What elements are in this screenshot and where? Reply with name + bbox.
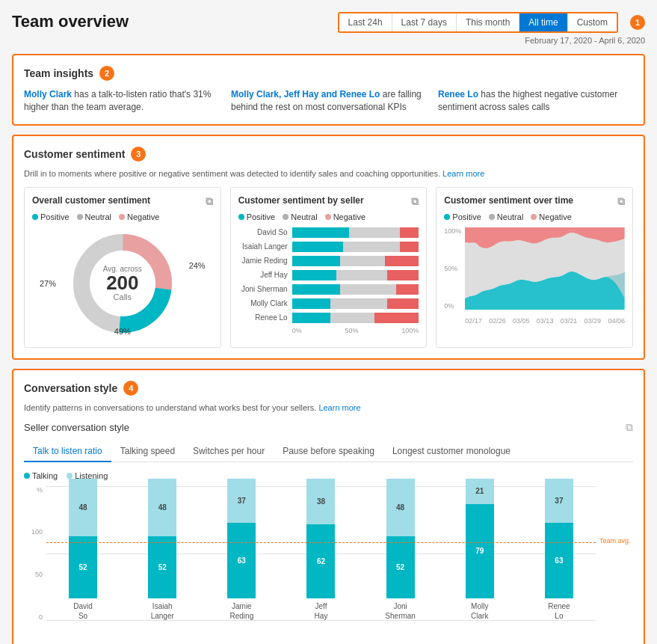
seller-row: Jeff Hay [238,270,419,280]
seller-bar-container [292,284,419,295]
bar-positive [292,242,343,252]
time-filter-last-7-days[interactable]: Last 7 days [392,13,457,31]
seller-bar-group: 21 79 MollyClark [443,479,516,621]
bar-neutral [343,242,400,252]
listen-segment: 21 [466,479,494,504]
seller-row: Isaiah Langer [238,242,419,252]
copy-icon-conv[interactable]: ⧉ [626,421,633,434]
time-filter-last-24h[interactable]: Last 24h [339,13,392,31]
conversation-subtitle: Identify patterns in conversations to un… [24,403,633,412]
seller-chart-title: Customer sentiment by seller [238,195,364,208]
talk-segment: 62 [306,524,335,598]
copy-icon-time[interactable]: ⧉ [617,195,625,208]
time-filter-group: Last 24hLast 7 daysThis monthAll timeCus… [338,12,618,33]
step-badge-4: 4 [123,381,138,396]
tab-pause-before-speaking[interactable]: Pause before speaking [274,441,383,462]
listen-segment: 37 [227,479,256,523]
donut-number: 200 [103,273,142,292]
seller-bar-label: JoniSherman [385,601,416,621]
time-filter-custom[interactable]: Custom [568,13,617,31]
customer-sentiment-section: Customer sentiment 3 Drill in to moments… [12,135,645,360]
sentiment-legend: Positive Neutral Negative [32,212,213,221]
insight-item-2: Renee Lo has the highest negative custom… [438,88,633,114]
y-100: % [24,486,43,494]
time-chart-title: Customer sentiment over time [444,195,573,208]
overall-sentiment-card: Overall customer sentiment ⧉ Positive Ne… [24,187,221,348]
stacked-bars-area: Team avg. 48 52 DavidSo 48 52 IsaiahLang… [46,486,633,621]
stacked-bar: 48 52 [148,479,176,598]
time-negative-dot [531,214,537,220]
conversation-style-section: Conversation style 4 Identify patterns i… [12,369,645,644]
tab-talking-speed[interactable]: Talking speed [111,441,184,462]
seller-bar-label: JamieReding [230,601,254,621]
seller-bar-container [292,313,419,323]
time-filter-this-month[interactable]: This month [457,13,519,31]
time-svg [465,227,625,310]
bar-neutral [349,227,400,238]
conversation-style-title: Conversation style [24,382,117,394]
seller-bar-group: 37 63 JamieReding [205,479,278,621]
seller-conv-title: Seller conversation style [24,422,129,433]
seller-bar-label: DavidSo [73,601,93,621]
bar-neutral [336,270,387,280]
stacked-bar: 37 63 [545,479,573,598]
seller-legend-neutral: Neutral [283,212,317,221]
seller-bar-group: 48 52 JoniSherman [364,479,437,621]
conv-learn-more[interactable]: Learn more [318,403,360,412]
stacked-bar: 37 63 [227,479,256,598]
tab-longest-customer-monologue[interactable]: Longest customer monologue [383,441,519,462]
bar-negative [385,256,419,266]
talk-segment: 79 [466,504,494,598]
stacked-bars: 48 52 DavidSo 48 52 IsaiahLanger 37 63 J… [46,486,596,621]
bar-positive [292,284,340,295]
copy-icon-overall[interactable]: ⧉ [206,195,213,208]
positive-dot [32,214,38,220]
seller-row: Jamie Reding [238,256,419,266]
stacked-bar: 48 52 [69,479,97,598]
sentiment-by-seller-card: Customer sentiment by seller ⧉ Positive … [230,187,428,348]
seller-legend-negative: Negative [325,212,365,221]
time-chart-area: 100% 50% 0% [444,227,625,325]
legend-positive: Positive [32,212,70,221]
time-y-axis: 100% 50% 0% [444,227,461,310]
bar-y-axis: % 100 50 0 [24,486,43,621]
copy-icon-seller[interactable]: ⧉ [411,195,419,208]
stacked-bar: 38 62 [306,479,335,598]
seller-bar-label: ReneeLo [548,601,570,621]
bar-negative [400,227,419,238]
team-insights-section: Team insights 2 Molly Clark has a talk-t… [12,54,645,126]
time-legend-neutral: Neutral [489,212,523,221]
donut-chart-container: Avg. across 200 Calls 27% 24% 49% [32,227,213,340]
talk-segment: 52 [69,536,97,598]
seller-bar-group: 38 62 JeffHay [284,479,357,621]
listen-segment: 37 [545,479,573,523]
customer-sentiment-title: Customer sentiment [24,148,125,160]
listen-segment: 38 [306,479,335,524]
seller-bar-container [292,256,419,266]
seller-positive-dot [238,214,244,220]
tab-talk-to-listen-ratio[interactable]: Talk to listen ratio [24,441,111,462]
bar-negative [387,270,419,280]
insight-item-0: Molly Clark has a talk-to-listen ratio t… [24,88,219,114]
seller-legend-positive: Positive [238,212,276,221]
seller-bar-group: 48 52 DavidSo [46,479,120,621]
team-insights-title: Team insights [24,67,93,79]
sentiment-subtitle: Drill in to moments where positive or ne… [24,169,633,178]
step-badge-2: 2 [99,66,114,81]
talk-segment: 63 [227,523,256,598]
legend-negative: Negative [119,212,159,221]
time-filter-all-time[interactable]: All time [519,13,567,31]
listen-segment: 48 [69,479,97,536]
seller-bar-container [292,242,419,252]
step-badge-1: 1 [630,15,645,30]
stacked-bar: 48 52 [386,479,415,598]
talking-dot [24,473,30,479]
tab-switches-per-hour[interactable]: Switches per hour [184,441,274,462]
seller-row: Renee Lo [238,313,419,323]
seller-bar-group: 48 52 IsaiahLanger [126,479,199,621]
date-range: February 17, 2020 - April 6, 2020 [525,36,645,45]
bar-neutral [340,284,396,295]
talk-segment: 52 [148,536,176,598]
sentiment-learn-more[interactable]: Learn more [442,169,484,178]
bar-positive [292,227,349,238]
